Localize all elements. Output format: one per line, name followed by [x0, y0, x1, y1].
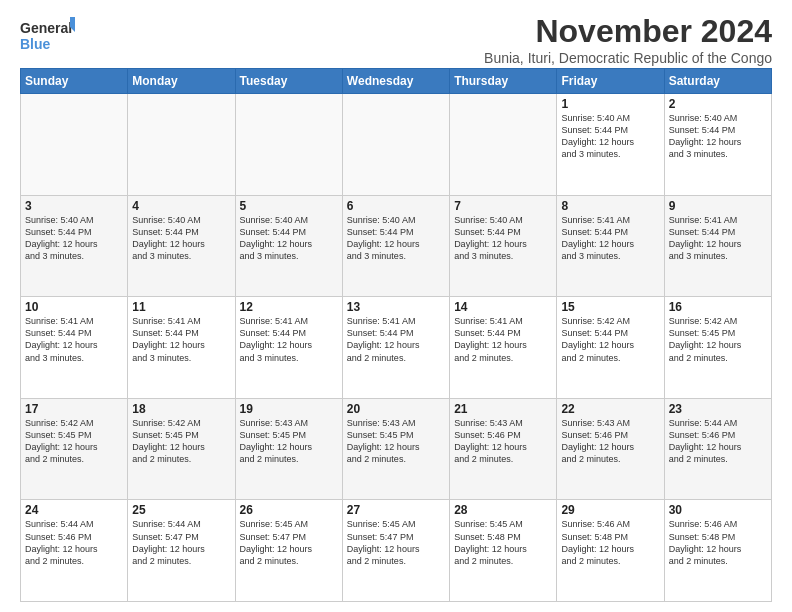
page: General Blue November 2024 Bunia, Ituri,…	[0, 0, 792, 612]
day-cell	[450, 94, 557, 196]
day-number: 29	[561, 503, 659, 517]
day-cell: 7Sunrise: 5:40 AM Sunset: 5:44 PM Daylig…	[450, 195, 557, 297]
day-info: Sunrise: 5:41 AM Sunset: 5:44 PM Dayligh…	[561, 214, 659, 263]
day-number: 18	[132, 402, 230, 416]
col-friday: Friday	[557, 69, 664, 94]
day-info: Sunrise: 5:43 AM Sunset: 5:45 PM Dayligh…	[240, 417, 338, 466]
day-number: 1	[561, 97, 659, 111]
svg-text:Blue: Blue	[20, 36, 51, 52]
week-row-4: 24Sunrise: 5:44 AM Sunset: 5:46 PM Dayli…	[21, 500, 772, 602]
calendar: Sunday Monday Tuesday Wednesday Thursday…	[20, 68, 772, 602]
day-number: 15	[561, 300, 659, 314]
day-cell: 3Sunrise: 5:40 AM Sunset: 5:44 PM Daylig…	[21, 195, 128, 297]
day-info: Sunrise: 5:43 AM Sunset: 5:46 PM Dayligh…	[561, 417, 659, 466]
day-number: 30	[669, 503, 767, 517]
day-number: 14	[454, 300, 552, 314]
day-info: Sunrise: 5:41 AM Sunset: 5:44 PM Dayligh…	[454, 315, 552, 364]
day-info: Sunrise: 5:42 AM Sunset: 5:45 PM Dayligh…	[669, 315, 767, 364]
day-info: Sunrise: 5:44 AM Sunset: 5:47 PM Dayligh…	[132, 518, 230, 567]
col-thursday: Thursday	[450, 69, 557, 94]
day-cell: 1Sunrise: 5:40 AM Sunset: 5:44 PM Daylig…	[557, 94, 664, 196]
day-number: 27	[347, 503, 445, 517]
day-cell: 19Sunrise: 5:43 AM Sunset: 5:45 PM Dayli…	[235, 398, 342, 500]
header: General Blue November 2024 Bunia, Ituri,…	[20, 15, 772, 66]
day-cell	[21, 94, 128, 196]
day-cell: 13Sunrise: 5:41 AM Sunset: 5:44 PM Dayli…	[342, 297, 449, 399]
day-number: 7	[454, 199, 552, 213]
day-info: Sunrise: 5:43 AM Sunset: 5:45 PM Dayligh…	[347, 417, 445, 466]
day-info: Sunrise: 5:42 AM Sunset: 5:45 PM Dayligh…	[132, 417, 230, 466]
day-cell: 18Sunrise: 5:42 AM Sunset: 5:45 PM Dayli…	[128, 398, 235, 500]
day-info: Sunrise: 5:42 AM Sunset: 5:45 PM Dayligh…	[25, 417, 123, 466]
day-info: Sunrise: 5:41 AM Sunset: 5:44 PM Dayligh…	[132, 315, 230, 364]
day-cell: 20Sunrise: 5:43 AM Sunset: 5:45 PM Dayli…	[342, 398, 449, 500]
day-info: Sunrise: 5:46 AM Sunset: 5:48 PM Dayligh…	[669, 518, 767, 567]
day-info: Sunrise: 5:40 AM Sunset: 5:44 PM Dayligh…	[669, 112, 767, 161]
day-info: Sunrise: 5:40 AM Sunset: 5:44 PM Dayligh…	[347, 214, 445, 263]
day-number: 11	[132, 300, 230, 314]
day-info: Sunrise: 5:41 AM Sunset: 5:44 PM Dayligh…	[669, 214, 767, 263]
day-cell: 26Sunrise: 5:45 AM Sunset: 5:47 PM Dayli…	[235, 500, 342, 602]
day-cell: 4Sunrise: 5:40 AM Sunset: 5:44 PM Daylig…	[128, 195, 235, 297]
day-cell: 27Sunrise: 5:45 AM Sunset: 5:47 PM Dayli…	[342, 500, 449, 602]
header-row: Sunday Monday Tuesday Wednesday Thursday…	[21, 69, 772, 94]
day-cell: 23Sunrise: 5:44 AM Sunset: 5:46 PM Dayli…	[664, 398, 771, 500]
day-number: 25	[132, 503, 230, 517]
day-cell	[235, 94, 342, 196]
day-info: Sunrise: 5:42 AM Sunset: 5:44 PM Dayligh…	[561, 315, 659, 364]
day-cell: 6Sunrise: 5:40 AM Sunset: 5:44 PM Daylig…	[342, 195, 449, 297]
day-info: Sunrise: 5:45 AM Sunset: 5:47 PM Dayligh…	[240, 518, 338, 567]
day-cell	[128, 94, 235, 196]
day-number: 21	[454, 402, 552, 416]
day-info: Sunrise: 5:43 AM Sunset: 5:46 PM Dayligh…	[454, 417, 552, 466]
day-cell	[342, 94, 449, 196]
day-number: 22	[561, 402, 659, 416]
day-number: 9	[669, 199, 767, 213]
day-number: 6	[347, 199, 445, 213]
day-number: 16	[669, 300, 767, 314]
day-number: 20	[347, 402, 445, 416]
day-cell: 24Sunrise: 5:44 AM Sunset: 5:46 PM Dayli…	[21, 500, 128, 602]
logo-svg: General Blue	[20, 15, 75, 55]
day-cell: 17Sunrise: 5:42 AM Sunset: 5:45 PM Dayli…	[21, 398, 128, 500]
day-number: 23	[669, 402, 767, 416]
day-number: 17	[25, 402, 123, 416]
day-number: 3	[25, 199, 123, 213]
day-cell: 11Sunrise: 5:41 AM Sunset: 5:44 PM Dayli…	[128, 297, 235, 399]
day-cell: 5Sunrise: 5:40 AM Sunset: 5:44 PM Daylig…	[235, 195, 342, 297]
day-info: Sunrise: 5:44 AM Sunset: 5:46 PM Dayligh…	[25, 518, 123, 567]
week-row-1: 3Sunrise: 5:40 AM Sunset: 5:44 PM Daylig…	[21, 195, 772, 297]
day-info: Sunrise: 5:41 AM Sunset: 5:44 PM Dayligh…	[240, 315, 338, 364]
day-number: 26	[240, 503, 338, 517]
week-row-0: 1Sunrise: 5:40 AM Sunset: 5:44 PM Daylig…	[21, 94, 772, 196]
calendar-body: 1Sunrise: 5:40 AM Sunset: 5:44 PM Daylig…	[21, 94, 772, 602]
day-cell: 28Sunrise: 5:45 AM Sunset: 5:48 PM Dayli…	[450, 500, 557, 602]
day-number: 28	[454, 503, 552, 517]
col-saturday: Saturday	[664, 69, 771, 94]
day-cell: 14Sunrise: 5:41 AM Sunset: 5:44 PM Dayli…	[450, 297, 557, 399]
day-info: Sunrise: 5:40 AM Sunset: 5:44 PM Dayligh…	[240, 214, 338, 263]
day-info: Sunrise: 5:40 AM Sunset: 5:44 PM Dayligh…	[132, 214, 230, 263]
day-cell: 9Sunrise: 5:41 AM Sunset: 5:44 PM Daylig…	[664, 195, 771, 297]
day-number: 4	[132, 199, 230, 213]
day-cell: 16Sunrise: 5:42 AM Sunset: 5:45 PM Dayli…	[664, 297, 771, 399]
week-row-2: 10Sunrise: 5:41 AM Sunset: 5:44 PM Dayli…	[21, 297, 772, 399]
day-info: Sunrise: 5:41 AM Sunset: 5:44 PM Dayligh…	[25, 315, 123, 364]
day-info: Sunrise: 5:45 AM Sunset: 5:47 PM Dayligh…	[347, 518, 445, 567]
day-cell: 22Sunrise: 5:43 AM Sunset: 5:46 PM Dayli…	[557, 398, 664, 500]
day-number: 2	[669, 97, 767, 111]
day-info: Sunrise: 5:44 AM Sunset: 5:46 PM Dayligh…	[669, 417, 767, 466]
col-tuesday: Tuesday	[235, 69, 342, 94]
day-number: 24	[25, 503, 123, 517]
day-cell: 10Sunrise: 5:41 AM Sunset: 5:44 PM Dayli…	[21, 297, 128, 399]
day-cell: 29Sunrise: 5:46 AM Sunset: 5:48 PM Dayli…	[557, 500, 664, 602]
day-info: Sunrise: 5:46 AM Sunset: 5:48 PM Dayligh…	[561, 518, 659, 567]
day-cell: 30Sunrise: 5:46 AM Sunset: 5:48 PM Dayli…	[664, 500, 771, 602]
logo: General Blue	[20, 15, 75, 55]
col-wednesday: Wednesday	[342, 69, 449, 94]
day-number: 19	[240, 402, 338, 416]
day-info: Sunrise: 5:41 AM Sunset: 5:44 PM Dayligh…	[347, 315, 445, 364]
day-info: Sunrise: 5:40 AM Sunset: 5:44 PM Dayligh…	[25, 214, 123, 263]
day-cell: 2Sunrise: 5:40 AM Sunset: 5:44 PM Daylig…	[664, 94, 771, 196]
day-cell: 12Sunrise: 5:41 AM Sunset: 5:44 PM Dayli…	[235, 297, 342, 399]
